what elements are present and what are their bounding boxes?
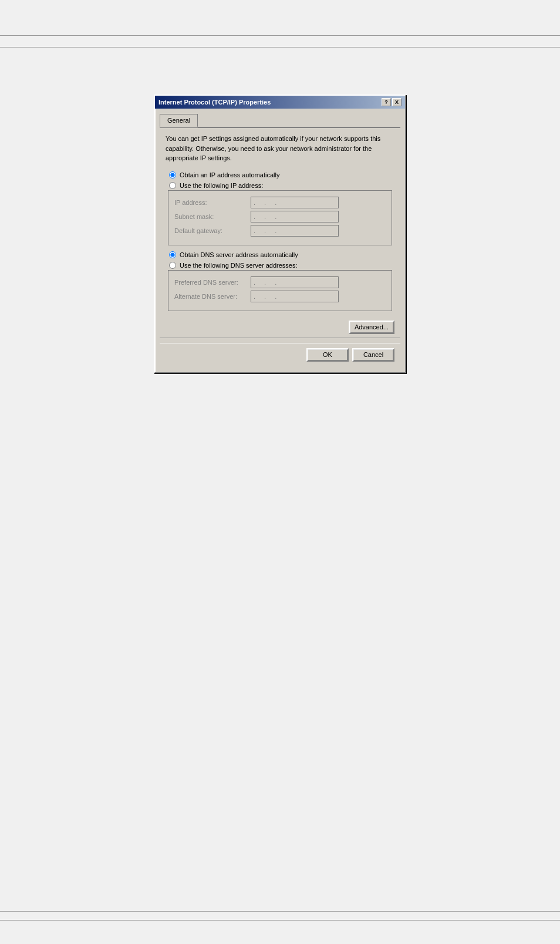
ip-section: Obtain an IP address automatically Use t… [163,171,397,245]
dns-section: Obtain DNS server address automatically … [163,251,397,311]
ip-address-input[interactable]: . . . [251,197,339,208]
ip-address-row: IP address: . . . [174,197,386,208]
description-text: You can get IP settings assigned automat… [166,134,394,163]
dialog-title: Internet Protocol (TCP/IP) Properties [158,99,271,106]
dns-auto-radio[interactable] [169,251,176,258]
ip-auto-label: Obtain an IP address automatically [180,171,279,178]
subnet-mask-row: Subnet mask: . . . [174,211,386,222]
dns-auto-label: Obtain DNS server address automatically [180,251,298,258]
cancel-button[interactable]: Cancel [352,348,394,362]
advanced-button[interactable]: Advanced... [349,321,394,334]
subnet-mask-value: . . . [254,213,280,220]
ip-manual-label: Use the following IP address: [180,182,263,189]
preferred-dns-input[interactable]: . . . [251,277,339,288]
footer-buttons: OK Cancel [160,343,400,368]
ip-address-value: . . . [254,199,280,206]
title-bar: Internet Protocol (TCP/IP) Properties ? … [155,96,405,109]
ip-auto-radio-row: Obtain an IP address automatically [169,171,391,178]
default-gateway-input[interactable]: . . . [251,225,339,237]
dns-auto-radio-row: Obtain DNS server address automatically [169,251,391,258]
ip-manual-radio-row: Use the following IP address: [169,182,391,189]
ok-button[interactable]: OK [306,348,349,362]
subnet-mask-label: Subnet mask: [174,213,251,220]
tab-general[interactable]: General [160,114,198,127]
dns-manual-radio[interactable] [169,262,176,269]
help-button[interactable]: ? [382,98,391,106]
ip-address-label: IP address: [174,199,251,206]
ip-auto-radio[interactable] [169,171,176,178]
advanced-area: Advanced... [160,317,400,338]
separator [160,338,400,338]
subnet-mask-input[interactable]: . . . [251,211,339,222]
alternate-dns-label: Alternate DNS server: [174,293,251,300]
alternate-dns-value: . . . [254,293,280,300]
default-gateway-label: Default gateway: [174,227,251,234]
dns-manual-label: Use the following DNS server addresses: [180,262,298,269]
close-button[interactable]: X [392,98,402,106]
title-bar-controls: ? X [382,98,402,106]
preferred-dns-value: . . . [254,279,280,286]
ip-manual-radio[interactable] [169,182,176,189]
alternate-dns-input[interactable]: . . . [251,291,339,302]
dns-fields-group: Preferred DNS server: . . . Alternate DN… [168,270,392,311]
ip-fields-group: IP address: . . . Subnet mask: . . . [168,190,392,245]
dialog-wrapper: Internet Protocol (TCP/IP) Properties ? … [0,95,560,373]
alternate-dns-row: Alternate DNS server: . . . [174,291,386,302]
dns-manual-radio-row: Use the following DNS server addresses: [169,262,391,269]
tab-strip: General [160,113,400,128]
tcp-ip-properties-dialog: Internet Protocol (TCP/IP) Properties ? … [154,95,406,373]
preferred-dns-label: Preferred DNS server: [174,279,251,286]
preferred-dns-row: Preferred DNS server: . . . [174,277,386,288]
default-gateway-row: Default gateway: . . . [174,225,386,237]
default-gateway-value: . . . [254,227,280,234]
dialog-body: General You can get IP settings assigned… [155,109,405,372]
